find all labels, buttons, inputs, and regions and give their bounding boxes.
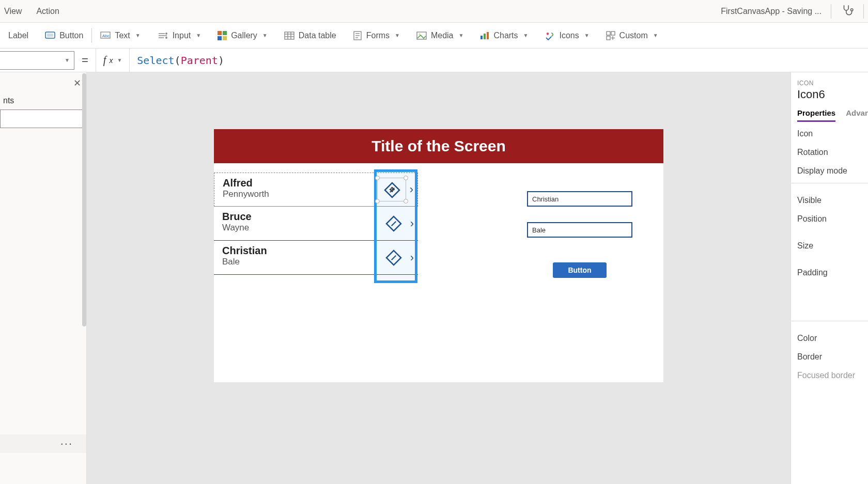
svg-rect-14 [285, 32, 294, 39]
ribbon-button-label: Button [59, 31, 83, 40]
resize-handle[interactable] [375, 176, 380, 180]
ribbon-data-table-label: Data table [299, 31, 336, 40]
ribbon-gallery[interactable]: Gallery ▼ [209, 31, 276, 40]
svg-rect-12 [218, 36, 222, 40]
ribbon-gallery-label: Gallery [231, 31, 257, 40]
prop-border[interactable]: Border [797, 345, 868, 364]
tree-item-more[interactable]: ··· [0, 434, 86, 453]
text-icon: Abc [100, 32, 111, 40]
chevron-down-icon: ▼ [262, 33, 268, 38]
ribbon-custom[interactable]: Custom ▼ [598, 31, 667, 40]
chevron-down-icon: ▼ [65, 57, 70, 63]
prop-focused-border[interactable]: Focused border [797, 364, 868, 382]
prop-position[interactable]: Position [797, 207, 868, 226]
prop-color[interactable]: Color [797, 326, 868, 345]
resize-handle[interactable] [404, 199, 408, 204]
prop-rotation[interactable]: Rotation [797, 140, 868, 159]
prop-padding[interactable]: Padding [797, 253, 868, 279]
svg-point-8 [165, 33, 166, 34]
firstname-input[interactable] [527, 191, 632, 207]
formula-fn: Select [137, 54, 174, 67]
label-text: Label [8, 31, 28, 40]
ribbon-media[interactable]: Media ▼ [408, 31, 472, 40]
icons-icon [545, 31, 555, 40]
svg-text:Abc: Abc [102, 34, 110, 38]
prop-size[interactable]: Size [797, 226, 868, 253]
ribbon-icons[interactable]: Icons ▼ [536, 31, 597, 40]
ribbon-label[interactable]: Label [0, 31, 37, 40]
chevron-down-icon: ▼ [135, 33, 141, 38]
equals-sign: = [74, 54, 96, 67]
chevron-down-icon: ▼ [395, 33, 400, 38]
lastname-input[interactable] [527, 222, 632, 238]
media-icon [416, 32, 427, 40]
property-dropdown[interactable]: ▼ [0, 51, 74, 70]
svg-rect-27 [487, 32, 489, 39]
data-table-icon [284, 32, 295, 40]
fx-button[interactable]: fx ▼ [96, 49, 130, 72]
submit-button[interactable]: Button [553, 262, 607, 278]
scrollbar[interactable] [82, 73, 86, 326]
app-checker-icon[interactable] [841, 4, 854, 19]
menu-action[interactable]: Action [36, 7, 59, 16]
svg-rect-10 [218, 31, 222, 35]
formula-arg: Parent [181, 54, 218, 67]
custom-icon [606, 31, 615, 40]
ribbon-text-label: Text [115, 31, 130, 40]
tab-properties[interactable]: Properties [797, 108, 835, 122]
ribbon-charts-label: Charts [493, 31, 518, 40]
move-cursor-icon: ✥ [389, 185, 395, 194]
divider [791, 321, 868, 321]
prop-icon[interactable]: Icon [797, 122, 868, 140]
svg-rect-29 [611, 32, 615, 35]
svg-point-9 [165, 37, 166, 38]
ribbon-text[interactable]: Abc Text ▼ [92, 31, 148, 40]
divider [831, 4, 831, 19]
svg-rect-30 [607, 36, 610, 40]
svg-rect-2 [47, 34, 53, 37]
app-status-text: FirstCanvasApp - Saving ... [721, 7, 822, 16]
ribbon-forms-label: Forms [366, 31, 390, 40]
chevron-down-icon: ▼ [459, 33, 464, 38]
input-icon [157, 32, 168, 40]
ribbon-custom-label: Custom [619, 31, 648, 40]
ribbon-button[interactable]: Button [37, 31, 91, 40]
menu-bar: View Action FirstCanvasApp - Saving ... [0, 0, 868, 23]
tree-search-input[interactable] [0, 110, 83, 128]
resize-handle[interactable] [375, 199, 380, 204]
svg-rect-26 [484, 34, 486, 39]
resize-handle[interactable] [404, 176, 408, 180]
chevron-down-icon: ▼ [584, 33, 590, 38]
formula-input[interactable]: Select(Parent) [130, 54, 224, 67]
app-canvas[interactable]: Title of the Screen Alfred Pennyworth ✥ [214, 129, 663, 382]
ribbon-charts[interactable]: Charts ▼ [472, 31, 536, 40]
svg-rect-28 [607, 32, 610, 35]
prop-display-mode[interactable]: Display mode [797, 159, 868, 178]
ribbon-input[interactable]: Input ▼ [149, 31, 210, 40]
svg-point-24 [419, 33, 421, 35]
ribbon-media-label: Media [431, 31, 454, 40]
svg-rect-25 [481, 36, 483, 39]
svg-rect-13 [223, 36, 227, 40]
button-icon [45, 32, 55, 40]
divider [863, 4, 864, 19]
formula-bar: ▼ = fx ▼ Select(Parent) [0, 49, 868, 72]
charts-icon [480, 32, 489, 40]
close-icon[interactable]: ✕ [73, 77, 81, 89]
tree-label: nts [0, 94, 86, 108]
control-type-label: ICON [797, 80, 868, 87]
ribbon-icons-label: Icons [559, 31, 579, 40]
gallery-icon [218, 31, 227, 40]
ribbon-data-table[interactable]: Data table [276, 31, 345, 40]
prop-visible[interactable]: Visible [797, 189, 868, 207]
chevron-down-icon: ▼ [196, 33, 201, 38]
menu-view[interactable]: View [4, 7, 22, 16]
selected-icon-handles[interactable]: ✥ [377, 178, 406, 201]
ribbon-forms[interactable]: Forms ▼ [345, 31, 408, 40]
control-name[interactable]: Icon6 [797, 88, 868, 101]
svg-rect-11 [223, 31, 227, 35]
ribbon-input-label: Input [173, 31, 191, 40]
canvas-area[interactable]: Title of the Screen Alfred Pennyworth ✥ [87, 72, 791, 484]
tree-view-panel: ✕ nts ··· [0, 72, 87, 484]
tab-advanced[interactable]: Advan [846, 108, 868, 122]
